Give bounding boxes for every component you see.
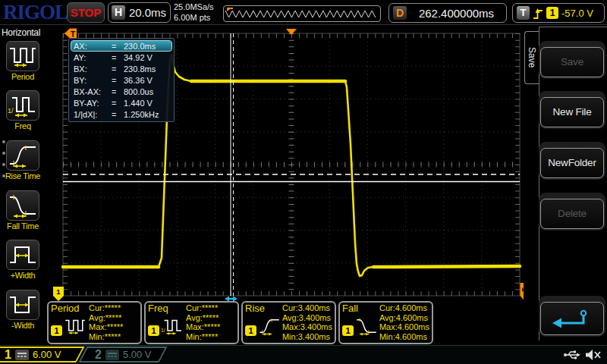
cursor-measurement-panel: AX:=230.0ms AY:=34.92 V BX:=230.8ms BY:=… <box>68 38 175 122</box>
svg-text:1: 1 <box>56 287 61 296</box>
channel-status-bar: 1 6.00 V 2 5.00 V <box>0 345 607 364</box>
delay-value: 262.400000ms <box>407 7 506 20</box>
oscilloscope-screen: RIGOL STOP H 20.0ms 25.0MSa/s 6.00M pts … <box>0 0 607 364</box>
acquisition-info: 25.0MSa/s 6.00M pts <box>174 2 214 23</box>
memory-waveform-preview[interactable] <box>223 5 381 22</box>
period-icon <box>64 316 86 336</box>
new-file-button[interactable]: New File <box>540 97 604 127</box>
channel-badge: 1 <box>51 325 62 336</box>
measurement-box-period[interactable]: Period 1 Cur:***** Avg:***** Max:***** M… <box>47 301 142 344</box>
menu-item-minus-width[interactable]: -Width <box>0 290 46 330</box>
measurement-box-fall[interactable]: Fall 1 Cur:4.600ms Avg:4.600ms Max:4.600… <box>338 301 433 344</box>
timebase-value: 20.0ms <box>125 6 170 19</box>
channel1-offset-marker[interactable]: 1 <box>53 287 64 301</box>
back-button[interactable] <box>540 302 604 335</box>
measurement-strip: Period 1 Cur:***** Avg:***** Max:***** M… <box>47 301 433 344</box>
menu-title: Horizontal <box>0 25 46 38</box>
trigger-info-box[interactable]: T 1 -57.0 V <box>512 3 605 23</box>
menu-item-rise-time[interactable]: Rise Time <box>0 140 46 180</box>
minus-width-icon <box>8 292 38 318</box>
delay-position-marker[interactable] <box>286 29 297 35</box>
horizontal-label: H <box>112 5 125 20</box>
sample-rate: 25.0MSa/s <box>174 2 214 13</box>
trigger-level-value: -57.0 V <box>561 8 593 19</box>
trigger-source-badge: 1 <box>546 7 558 19</box>
cursor-row-by: BY:=36.36 V <box>71 74 172 86</box>
return-arrow-icon <box>549 308 596 329</box>
save-menu-tab: Save <box>524 31 539 84</box>
menu-item-plus-width[interactable]: +Width <box>0 240 46 280</box>
waveform-display: T T 1 AX:=230.0ms AY:=34.92 V BX:=230.8m… <box>46 25 524 345</box>
plus-width-icon <box>8 242 38 268</box>
status-bar: RIGOL STOP H 20.0ms 25.0MSa/s 6.00M pts … <box>0 0 607 25</box>
run-state-badge[interactable]: STOP <box>67 2 105 23</box>
measurement-box-rise[interactable]: Rise 1 Cur:3.400ms Avg:3.400ms Max:3.400… <box>241 301 336 344</box>
dc-coupling-icon <box>15 350 29 360</box>
channel-badge: 1 <box>148 325 159 336</box>
cursor-row-bx: BX:=230.8ms <box>71 63 172 74</box>
svg-text:T: T <box>71 30 75 39</box>
new-folder-button[interactable]: NewFolder <box>540 148 604 178</box>
rigol-logo: RIGOL <box>3 1 68 24</box>
trigger-label: T <box>517 6 530 20</box>
rising-edge-icon <box>533 7 543 20</box>
memory-depth: 6.00M pts <box>174 13 214 24</box>
cursor-row-bxax: BX-AX:=800.0us <box>71 86 172 97</box>
horizontal-timebase-box[interactable]: H 20.0ms <box>108 2 171 23</box>
left-softkey-menu: Horizontal Period Freq Rise Time Fall Ti… <box>0 25 46 345</box>
channel2-tab[interactable]: 2 5.00 V <box>78 347 167 362</box>
fall-time-icon <box>8 193 38 218</box>
usb-icon <box>563 349 581 361</box>
menu-item-period[interactable]: Period <box>0 41 46 81</box>
menu-scroll-dots <box>2 140 5 186</box>
rise-time-icon <box>8 143 38 168</box>
menu-item-freq[interactable]: Freq <box>0 90 46 130</box>
delay-label: D <box>393 6 407 20</box>
freq-icon <box>161 316 184 336</box>
speaker-muted-icon <box>584 348 602 362</box>
channel1-tab[interactable]: 1 6.00 V <box>0 347 85 362</box>
trigger-delay-box[interactable]: D 262.400000ms <box>388 3 507 23</box>
right-softkey-menu: Save Save New File NewFolder Delete <box>524 25 607 345</box>
cursor-row-byay: BY-AY:=1.440 V <box>71 97 172 108</box>
cursor-row-ax: AX:=230.0ms <box>71 40 172 52</box>
trigger-position-left-marker: T <box>64 29 77 39</box>
period-icon <box>8 43 38 69</box>
save-button[interactable]: Save <box>540 47 604 77</box>
rise-time-icon <box>258 316 281 336</box>
channel-badge: 1 <box>245 325 256 336</box>
cursor-row-freq: 1/|dX|:=1.250kHz <box>71 108 172 120</box>
menu-item-fall-time[interactable]: Fall Time <box>0 190 46 231</box>
delete-button[interactable]: Delete <box>540 199 604 229</box>
freq-icon <box>8 93 38 118</box>
dc-coupling-icon <box>105 350 119 360</box>
channel-badge: 1 <box>342 325 354 336</box>
preview-waveform <box>224 6 380 21</box>
cursor-row-ay: AY:=34.92 V <box>71 52 172 63</box>
fall-time-icon <box>355 316 378 336</box>
measurement-box-freq[interactable]: Freq 1 Cur:***** Avg:***** Max:***** Min… <box>144 301 239 344</box>
